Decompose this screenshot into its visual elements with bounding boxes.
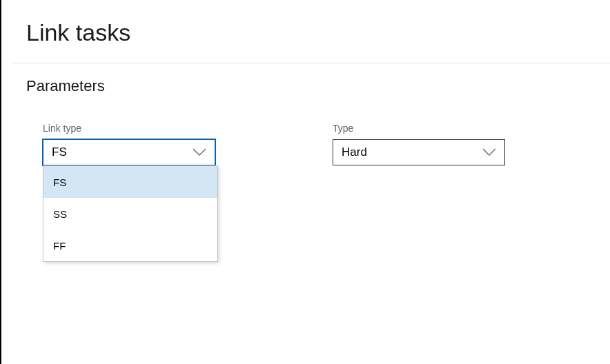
divider <box>12 63 610 63</box>
section-header: Parameters <box>26 77 610 95</box>
link-type-option[interactable]: FF <box>43 230 217 261</box>
link-type-value: FS <box>52 145 67 159</box>
link-type-select[interactable]: FS <box>43 139 215 165</box>
link-type-label: Link type <box>43 123 215 134</box>
link-type-option[interactable]: FS <box>43 166 217 198</box>
page-title: Link tasks <box>26 19 610 46</box>
chevron-down-icon <box>193 148 206 156</box>
link-type-dropdown: FS SS FF <box>43 165 218 262</box>
type-value: Hard <box>342 145 367 159</box>
link-type-option[interactable]: SS <box>43 198 217 230</box>
field-type: Type Hard <box>333 123 505 165</box>
field-link-type: Link type FS FS SS FF <box>43 123 215 165</box>
chevron-down-icon <box>482 148 496 156</box>
type-label: Type <box>333 123 505 134</box>
type-select[interactable]: Hard <box>333 139 505 165</box>
parameters-row: Link type FS FS SS FF Type Hard <box>1 123 610 165</box>
